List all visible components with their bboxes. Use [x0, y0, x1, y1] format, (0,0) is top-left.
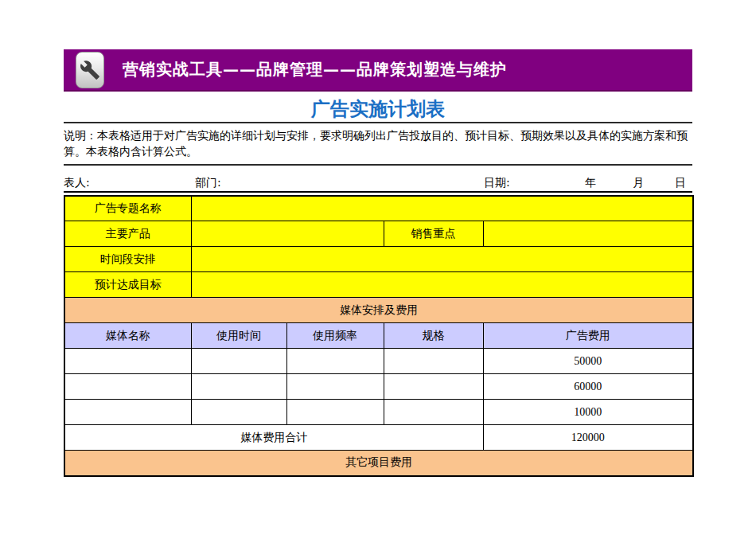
media-total-label: 媒体费用合计 [64, 425, 483, 451]
target-value-cell[interactable] [191, 272, 693, 298]
description-text: 说明：本表格适用于对广告实施的详细计划与安排，要求明确列出广告投放目的、预计目标… [64, 123, 692, 164]
media-total-row: 媒体费用合计 120000 [64, 425, 693, 451]
sales-focus-label: 销售重点 [384, 221, 483, 247]
top-banner: 营销实战工具——品牌管理——品牌策划塑造与维护 [64, 49, 692, 92]
banner-title: 营销实战工具——品牌管理——品牌策划塑造与维护 [123, 59, 507, 80]
main-product-label: 主要产品 [64, 221, 191, 247]
ad-cost-header: 广告费用 [483, 323, 693, 349]
table-row: 广告专题名称 [64, 196, 693, 221]
media-data-row: 60000 [64, 374, 693, 400]
other-costs-header: 其它项目费用 [64, 451, 693, 476]
media-name-cell[interactable] [64, 349, 191, 374]
year-label: 年 [585, 176, 596, 190]
day-label: 日 [675, 176, 686, 190]
table-row: 主要产品 销售重点 [64, 221, 693, 247]
ad-topic-label: 广告专题名称 [64, 196, 191, 221]
media-section-header: 媒体安排及费用 [64, 298, 693, 323]
use-time-cell[interactable] [191, 374, 286, 400]
table-row: 时间段安排 [64, 247, 693, 272]
media-total-value[interactable]: 120000 [483, 425, 693, 451]
department-label: 部门: [195, 176, 221, 190]
ad-cost-cell[interactable]: 50000 [483, 349, 693, 374]
use-frequency-cell[interactable] [286, 374, 384, 400]
wrench-icon [76, 52, 104, 88]
main-product-value-cell[interactable] [191, 221, 384, 247]
use-frequency-header: 使用频率 [286, 323, 384, 349]
media-name-cell[interactable] [64, 400, 191, 425]
spec-cell[interactable] [384, 400, 483, 425]
media-columns-row: 媒体名称 使用时间 使用频率 规格 广告费用 [64, 323, 693, 349]
media-data-row: 50000 [64, 349, 693, 374]
table-row: 预计达成目标 [64, 272, 693, 298]
use-frequency-cell[interactable] [286, 349, 384, 374]
time-range-value-cell[interactable] [191, 247, 693, 272]
sales-focus-value-cell[interactable] [483, 221, 693, 247]
ad-cost-cell[interactable]: 60000 [483, 374, 693, 400]
spec-cell[interactable] [384, 349, 483, 374]
media-data-row: 10000 [64, 400, 693, 425]
use-time-header: 使用时间 [191, 323, 286, 349]
page-content: 营销实战工具——品牌管理——品牌策划塑造与维护 广告实施计划表 说明：本表格适用… [64, 49, 692, 477]
time-range-label: 时间段安排 [64, 247, 191, 272]
ad-cost-cell[interactable]: 10000 [483, 400, 693, 425]
plan-table: 广告专题名称 主要产品 销售重点 时间段安排 预计达成目标 媒体安排及费用 媒体… [64, 195, 694, 477]
month-label: 月 [633, 176, 644, 190]
page-title: 广告实施计划表 [64, 96, 692, 122]
target-label: 预计达成目标 [64, 272, 191, 298]
date-label: 日期: [484, 176, 510, 190]
table-row: 其它项目费用 [64, 451, 693, 476]
spec-header: 规格 [384, 323, 483, 349]
media-name-cell[interactable] [64, 374, 191, 400]
use-time-cell[interactable] [191, 400, 286, 425]
media-name-header: 媒体名称 [64, 323, 191, 349]
filler-label: 表人: [64, 176, 90, 190]
spec-cell[interactable] [384, 374, 483, 400]
use-frequency-cell[interactable] [286, 400, 384, 425]
table-row: 媒体安排及费用 [64, 298, 693, 323]
form-header-row: 表人: 部门: 日期: 年 月 日 [64, 172, 692, 193]
use-time-cell[interactable] [191, 349, 286, 374]
bottom-rule [64, 164, 692, 166]
ad-topic-value-cell[interactable] [191, 196, 693, 221]
